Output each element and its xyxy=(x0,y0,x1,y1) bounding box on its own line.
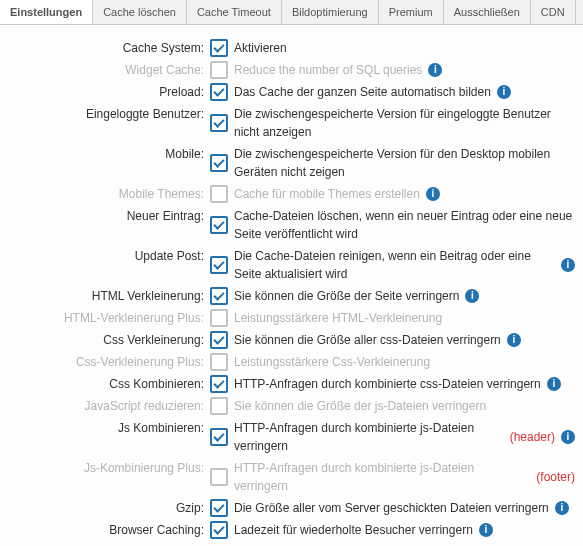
label-minify-js: JavaScript reduzieren: xyxy=(0,397,210,415)
label-gzip: Gzip: xyxy=(0,499,210,517)
info-icon[interactable]: i xyxy=(465,289,479,303)
text-mobile: Die zwischengespeicherte Version für den… xyxy=(234,145,575,181)
label-new-entry: Neuer Eintrag: xyxy=(0,207,210,225)
label-combine-js: Js Kombinieren: xyxy=(0,419,210,437)
text-combine-js: HTTP-Anfragen durch kombinierte js-Datei… xyxy=(234,419,504,455)
label-preload: Preload: xyxy=(0,83,210,101)
tab-premium[interactable]: Premium xyxy=(379,0,444,24)
text-widget-cache: Reduce the number of SQL queries xyxy=(234,61,422,79)
checkbox-minify-html[interactable] xyxy=(210,287,228,305)
tab-settings[interactable]: Einstellungen xyxy=(0,0,93,24)
checkbox-minify-js[interactable] xyxy=(210,397,228,415)
checkbox-mobile[interactable] xyxy=(210,154,228,172)
checkbox-minify-html-plus[interactable] xyxy=(210,309,228,327)
info-icon[interactable]: i xyxy=(561,258,575,272)
text-minify-css: Sie können die Größe aller css-Dateien v… xyxy=(234,331,501,349)
checkbox-browser-caching[interactable] xyxy=(210,521,228,539)
label-logged-in: Eingeloggte Benutzer: xyxy=(0,105,210,123)
tab-db[interactable]: DB (30) xyxy=(576,0,583,24)
label-mobile: Mobile: xyxy=(0,145,210,163)
checkbox-widget-cache[interactable] xyxy=(210,61,228,79)
tab-image-optimization[interactable]: Bildoptimierung xyxy=(282,0,379,24)
info-icon[interactable]: i xyxy=(507,333,521,347)
label-combine-js-plus: Js-Kombinierung Plus: xyxy=(0,459,210,477)
info-icon[interactable]: i xyxy=(426,187,440,201)
info-icon[interactable]: i xyxy=(497,85,511,99)
info-icon[interactable]: i xyxy=(428,63,442,77)
label-minify-css: Css Verkleinerung: xyxy=(0,331,210,349)
info-icon[interactable]: i xyxy=(547,377,561,391)
tab-exclude[interactable]: Ausschließen xyxy=(444,0,531,24)
label-minify-css-plus: Css-Verkleinerung Plus: xyxy=(0,353,210,371)
label-mobile-themes: Mobile Themes: xyxy=(0,185,210,203)
text-combine-css: HTTP-Anfragen durch kombinierte css-Date… xyxy=(234,375,541,393)
label-update-post: Update Post: xyxy=(0,247,210,265)
label-cache-system: Cache System: xyxy=(0,39,210,57)
text-mobile-themes: Cache für mobile Themes erstellen xyxy=(234,185,420,203)
text-cache-system: Aktivieren xyxy=(234,39,287,57)
checkbox-logged-in[interactable] xyxy=(210,114,228,132)
text-update-post: Die Cache-Dateien reinigen, wenn ein Bei… xyxy=(234,247,555,283)
text-gzip: Die Größe aller vom Server geschickten D… xyxy=(234,499,549,517)
checkbox-combine-css[interactable] xyxy=(210,375,228,393)
text-minify-js: Sie können die Größe der js-Dateien verr… xyxy=(234,397,486,415)
text-minify-html-plus: Leistungsstärkere HTML-Verkleinerung xyxy=(234,309,442,327)
checkbox-new-entry[interactable] xyxy=(210,216,228,234)
text-logged-in: Die zwischengespeicherte Version für ein… xyxy=(234,105,575,141)
text-minify-html: Sie können die Größe der Seite verringer… xyxy=(234,287,459,305)
checkbox-minify-css-plus[interactable] xyxy=(210,353,228,371)
text-combine-js-plus: HTTP-Anfragen durch kombinierte js-Datei… xyxy=(234,459,530,495)
tab-cache-timeout[interactable]: Cache Timeout xyxy=(187,0,282,24)
text-new-entry: Cache-Dateien löschen, wenn ein neuer Ei… xyxy=(234,207,575,243)
label-minify-html-plus: HTML-Verkleinerung Plus: xyxy=(0,309,210,327)
text-preload: Das Cache der ganzen Seite automatisch b… xyxy=(234,83,491,101)
tag-footer: (footer) xyxy=(536,468,575,486)
text-minify-css-plus: Leistungsstärkere Css-Verkleinerung xyxy=(234,353,430,371)
info-icon[interactable]: i xyxy=(561,430,575,444)
checkbox-mobile-themes[interactable] xyxy=(210,185,228,203)
checkbox-update-post[interactable] xyxy=(210,256,228,274)
text-browser-caching: Ladezeit für wiederholte Besucher verrin… xyxy=(234,521,473,539)
checkbox-cache-system[interactable] xyxy=(210,39,228,57)
label-combine-css: Css Kombinieren: xyxy=(0,375,210,393)
tag-header: (header) xyxy=(510,428,555,446)
tab-bar: Einstellungen Cache löschen Cache Timeou… xyxy=(0,0,583,25)
checkbox-gzip[interactable] xyxy=(210,499,228,517)
info-icon[interactable]: i xyxy=(479,523,493,537)
label-browser-caching: Browser Caching: xyxy=(0,521,210,539)
tab-clear-cache[interactable]: Cache löschen xyxy=(93,0,187,24)
checkbox-combine-js[interactable] xyxy=(210,428,228,446)
checkbox-minify-css[interactable] xyxy=(210,331,228,349)
checkbox-preload[interactable] xyxy=(210,83,228,101)
label-widget-cache: Widget Cache: xyxy=(0,61,210,79)
info-icon[interactable]: i xyxy=(555,501,569,515)
tab-cdn[interactable]: CDN xyxy=(531,0,576,24)
checkbox-combine-js-plus[interactable] xyxy=(210,468,228,486)
label-minify-html: HTML Verkleinerung: xyxy=(0,287,210,305)
